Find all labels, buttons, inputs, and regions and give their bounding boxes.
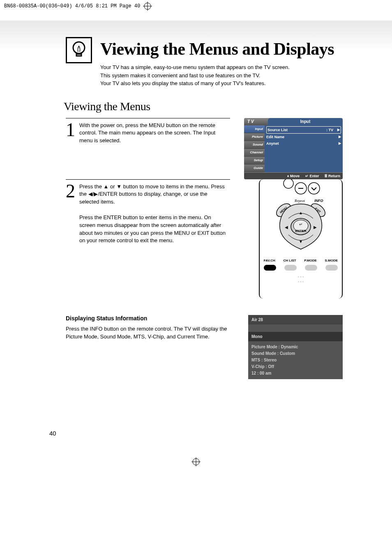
svg-text:INFO: INFO [314, 199, 323, 203]
right-arrow-icon: ▶ [339, 141, 341, 145]
osd-hint-move: ♦ Move [287, 174, 300, 178]
osd-side-item: Guide [244, 164, 265, 172]
osd-hint-return: Ⅲ Return [325, 174, 340, 178]
osd-side-item: Picture [244, 133, 265, 141]
pill-button [325, 265, 338, 271]
osd-row: Source List : TV ▶ [266, 126, 341, 134]
pill-button [264, 265, 276, 271]
svg-point-8 [308, 183, 320, 194]
remote-label: CH LIST [284, 259, 296, 262]
remote-label: FAV.CH [264, 259, 275, 262]
pill-button [305, 265, 317, 271]
osd-row-label: Source List [267, 128, 326, 132]
svg-text:◀: ◀ [285, 225, 288, 229]
intro-line: Your TV also lets you display the status… [100, 79, 343, 88]
svg-text:▼: ▼ [299, 239, 303, 244]
bottom-crop-mark [0, 457, 392, 466]
osd-row: Edit Name ▶ [266, 134, 341, 140]
bulb-icon [66, 37, 92, 63]
dots-row: ◦ ◦ ◦ [260, 275, 342, 279]
svg-text:▲: ▲ [299, 211, 303, 215]
step-2: 2 Press the ▲ or ▼ button to move to ite… [66, 179, 230, 245]
remote-label: S.MODE [325, 259, 338, 262]
svg-text:↵: ↵ [299, 222, 302, 227]
step-number: 1 [66, 122, 75, 138]
step-text: With the power on, press the MENU button… [79, 122, 227, 145]
info-line: Picture Mode : Dynamic [251, 344, 339, 350]
svg-text:ENTER: ENTER [295, 229, 306, 233]
osd-side-item: Setup [244, 157, 265, 164]
remote-button-labels: FAV.CH CH LIST P.MODE S.MODE [260, 259, 342, 262]
info-line: 12 : 00 am [251, 370, 339, 377]
info-line: MTS : Stereo [251, 357, 339, 364]
remote-control: MENU EXIT INFO Repeat [259, 179, 343, 299]
step-text-part: Press the ENTER button to enter items in… [79, 214, 227, 245]
right-arrow-icon: ▶ [339, 135, 341, 139]
section-title: Viewing the Menus [64, 100, 343, 113]
remote-pill-buttons [260, 265, 342, 271]
osd-footer: ♦ Move ↵ Enter Ⅲ Return [244, 172, 343, 179]
osd-side-item: Channel [244, 149, 265, 157]
osd-side-item: Sound [244, 141, 265, 149]
osd-side-item: Input [244, 125, 265, 133]
intro-line: Your TV has a simple, easy-to-use menu s… [100, 63, 343, 72]
osd-row-value: : TV [326, 128, 333, 132]
sub-heading: Displaying Status Information [66, 315, 230, 322]
step-number: 2 [66, 183, 75, 199]
osd-row-label: Edit Name [266, 135, 339, 139]
osd-hint-enter: ↵ Enter [305, 174, 319, 178]
info-sub: Mono [248, 332, 343, 341]
svg-point-5 [284, 179, 293, 188]
remote-label: P.MODE [304, 259, 317, 262]
svg-point-3 [73, 42, 85, 53]
info-line: V-Chip : Off [251, 364, 339, 370]
status-info-box: Air 28 Mono Picture Mode : Dynamic Sound… [248, 315, 343, 379]
osd-main: Source List : TV ▶ Edit Name ▶ Anynet ▶ [265, 125, 343, 172]
step-text: Press the ▲ or ▼ button to move to items… [79, 183, 227, 245]
info-header: Air 28 [248, 315, 343, 324]
step-1: 1 With the power on, press the MENU butt… [66, 118, 230, 145]
osd-tv-label: T V [244, 119, 268, 124]
crop-mark-icon [191, 457, 201, 466]
osd-menu: T V Input Input Picture Sound Channel Se… [244, 118, 343, 179]
print-header: BN68-00835A-00(036~049) 4/6/05 8:21 PM P… [0, 0, 392, 12]
right-arrow-icon: ▶ [337, 128, 340, 132]
crop-mark-icon [143, 2, 152, 11]
pill-button [284, 265, 297, 271]
status-text: Press the INFO button on the remote cont… [66, 325, 230, 341]
svg-text:▶: ▶ [314, 225, 317, 229]
svg-text:Repeat: Repeat [294, 199, 305, 203]
page-title: Viewing the Menus and Displays [100, 39, 334, 59]
osd-row: Anynet ▶ [266, 140, 341, 147]
page-number: 40 [49, 430, 56, 437]
osd-title: Input [268, 118, 343, 125]
intro-line: This system makes it convenient and fast… [100, 72, 343, 80]
info-body: Picture Mode : Dynamic Sound Mode : Cust… [248, 341, 343, 379]
info-line: Sound Mode : Custom [251, 350, 339, 357]
intro-text: Your TV has a simple, easy-to-use menu s… [100, 63, 343, 88]
dots-row: ◦ ◦ ◦ [260, 280, 342, 284]
osd-row-label: Anynet [266, 141, 339, 146]
header-text: BN68-00835A-00(036~049) 4/6/05 8:21 PM P… [4, 3, 140, 9]
osd-sidebar: Input Picture Sound Channel Setup Guide [244, 125, 265, 172]
step-text-part: Press the ▲ or ▼ button to move to items… [79, 183, 227, 206]
